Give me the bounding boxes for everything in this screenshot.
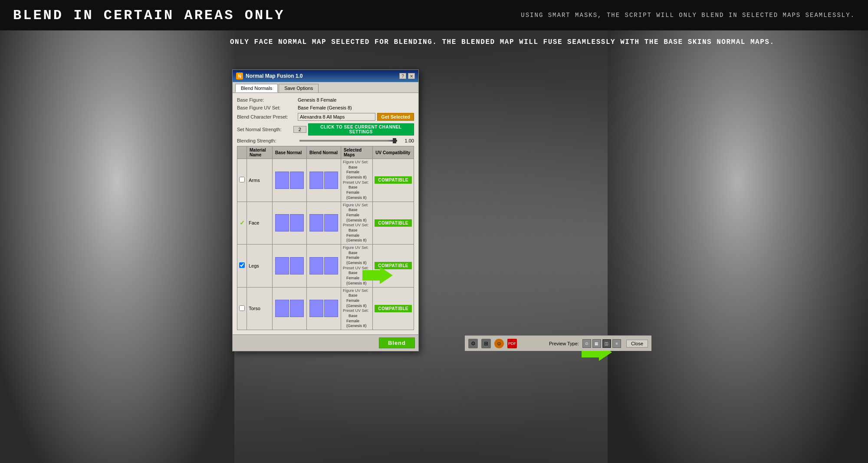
col-header-uv-compat: UV Compatibility	[373, 146, 414, 159]
face-compatible-button[interactable]: COMPATIBLE	[375, 219, 412, 227]
face-icon[interactable]: ☺	[494, 339, 504, 348]
set-normal-input[interactable]	[293, 126, 306, 133]
blend-arrow-body	[362, 270, 380, 281]
blending-strength-value: 1.00	[399, 138, 414, 143]
base-uv-value: Base Female (Genesis 8)	[298, 105, 414, 110]
dialog-app-icon: N	[236, 73, 243, 79]
preview-icons: ⊙ ▦ ◫ ≡	[582, 339, 621, 348]
dialog-title-left: N Normal Map Fusion 1.0	[236, 73, 302, 79]
face-blue-sq-4	[324, 214, 338, 232]
base-figure-row: Base Figure: Genesis 8 Female	[237, 97, 414, 103]
arms-fig-uv-label: Figure UV Set:	[343, 160, 371, 165]
dialog-content: Base Figure: Genesis 8 Female Base Figur…	[233, 93, 418, 334]
face-blue-sq-2	[290, 214, 304, 232]
torso-base-squares	[274, 299, 305, 318]
torso-label: Torso	[249, 306, 260, 311]
dialog-tabs: Blend Normals Save Options	[233, 82, 418, 93]
torso-base-normal-cell	[273, 287, 307, 330]
blend-button[interactable]: Blend	[379, 337, 415, 348]
blend-preset-input[interactable]	[298, 113, 375, 121]
legs-blend-normal-cell	[307, 245, 341, 288]
blend-preset-label: Blend Character Preset:	[237, 114, 298, 119]
sub-header-text: ONLY FACE NORMAL MAP SELECTED FOR BLENDI…	[230, 37, 825, 47]
torso-fig-uv-label: Figure UV Set:	[343, 288, 371, 294]
torso-compatible-button[interactable]: COMPATIBLE	[375, 305, 412, 312]
col-header-material: Material Name	[247, 146, 273, 159]
arms-base-squares	[274, 171, 305, 190]
footer-close-button[interactable]: Close	[626, 340, 648, 347]
slider-thumb	[393, 138, 396, 143]
legs-blue-sq-1	[275, 257, 289, 274]
blue-square-2	[290, 172, 304, 189]
legs-blue-sq-2	[290, 257, 304, 274]
torso-blue-sq-2	[290, 300, 304, 317]
screens-icon[interactable]: ⊞	[481, 339, 491, 348]
arms-checkbox[interactable]	[239, 177, 245, 182]
set-normal-row: Set Normal Strength: CLICK TO SEE CURREN…	[237, 123, 414, 136]
arms-preset-uv-val: Base Female (Genesis 8)	[343, 185, 371, 200]
dialog-controls: ? ✕	[399, 73, 415, 79]
torso-fig-uv-val: Base Female (Genesis 8)	[343, 293, 371, 308]
preview-type-label: Preview Type:	[549, 341, 579, 346]
arms-compat-cell: COMPATIBLE	[373, 159, 414, 202]
get-selected-button[interactable]: Get Selected	[377, 113, 414, 121]
dialog-footer: ⚙ ⊞ ☺ PDF Preview Type: ⊙ ▦ ◫ ≡ Close	[465, 335, 651, 351]
face-blend-squares	[309, 213, 339, 232]
face-uv-cell: Figure UV Set: Base Female (Genesis 8) P…	[341, 202, 373, 245]
blue-square-1	[275, 172, 289, 189]
torso-blue-sq-4	[324, 300, 338, 317]
torso-blue-sq-1	[275, 300, 289, 317]
dialog-titlebar: N Normal Map Fusion 1.0 ? ✕	[233, 70, 418, 82]
col-header-selected-maps: Selected Maps	[341, 146, 373, 159]
preview-ico-2[interactable]: ▦	[592, 339, 601, 348]
base-figure-value: Genesis 8 Female	[298, 97, 414, 103]
tab-save-options[interactable]: Save Options	[279, 84, 319, 93]
preview-ico-1[interactable]: ⊙	[582, 339, 591, 348]
torso-blue-sq-3	[309, 300, 323, 317]
material-table: Material Name Base Normal Blend Normal S…	[237, 146, 414, 330]
settings-icon[interactable]: ⚙	[468, 339, 478, 348]
legs-fig-uv-val: Base Female (Genesis 8)	[343, 251, 371, 266]
blend-preset-row: Blend Character Preset: Get Selected	[237, 113, 414, 121]
click-to-see-button[interactable]: CLICK TO SEE CURRENT CHANNEL SETTINGS	[308, 123, 414, 136]
face-preset-uv-val: Base Female (Genesis 8)	[343, 228, 371, 243]
face-preset-uv-label: Preset UV Set:	[343, 223, 371, 228]
blending-strength-slider[interactable]	[299, 140, 397, 142]
torso-blend-squares	[309, 299, 339, 318]
torso-preset-uv-val: Base Female (Genesis 8)	[343, 314, 371, 329]
preview-ico-4[interactable]: ≡	[612, 339, 621, 348]
tab-blend-normals[interactable]: Blend Normals	[235, 84, 278, 93]
dialog-window: N Normal Map Fusion 1.0 ? ✕ Blend Normal…	[232, 69, 419, 351]
help-button[interactable]: ?	[399, 73, 406, 79]
legs-fig-uv-label: Figure UV Set:	[343, 245, 371, 251]
face-blue-sq-1	[275, 214, 289, 232]
torso-uv-info: Figure UV Set: Base Female (Genesis 8) P…	[343, 288, 371, 329]
face-base-squares	[274, 213, 305, 232]
blending-strength-label: Blending Strength:	[237, 138, 298, 143]
table-row: Torso	[237, 287, 414, 330]
base-uv-label: Base Figure UV Set:	[237, 105, 298, 110]
pdf-icon[interactable]: PDF	[507, 339, 517, 348]
arms-name-cell: Arms	[247, 159, 273, 202]
slider-track	[299, 140, 397, 142]
base-uv-row: Base Figure UV Set: Base Female (Genesis…	[237, 105, 414, 110]
torso-checkbox[interactable]	[239, 305, 245, 311]
blue-square-3	[309, 172, 323, 189]
header-subtitle: USING SMART MASKS, THE SCRIPT WILL ONLY …	[521, 12, 855, 19]
face-base-normal-cell	[273, 202, 307, 245]
header-bar: BLEND IN CERTAIN AREAS ONLY USING SMART …	[0, 0, 868, 30]
blue-square-4	[324, 172, 338, 189]
arms-compatible-button[interactable]: COMPATIBLE	[375, 176, 412, 184]
legs-checkbox[interactable]	[239, 262, 245, 268]
col-header-base-normal: Base Normal	[273, 146, 307, 159]
legs-base-normal-cell	[273, 245, 307, 288]
close-title-button[interactable]: ✕	[408, 73, 415, 79]
torso-checkbox-cell	[237, 287, 247, 330]
torso-uv-cell: Figure UV Set: Base Female (Genesis 8) P…	[341, 287, 373, 330]
col-header-check	[237, 146, 247, 159]
set-normal-label: Set Normal Strength:	[237, 127, 293, 132]
preview-ico-3[interactable]: ◫	[602, 339, 611, 348]
sub-header: ONLY FACE NORMAL MAP SELECTED FOR BLENDI…	[230, 37, 825, 47]
legs-name-cell: Legs	[247, 245, 273, 288]
torso-preset-uv-label: Preset UV Set:	[343, 308, 371, 314]
